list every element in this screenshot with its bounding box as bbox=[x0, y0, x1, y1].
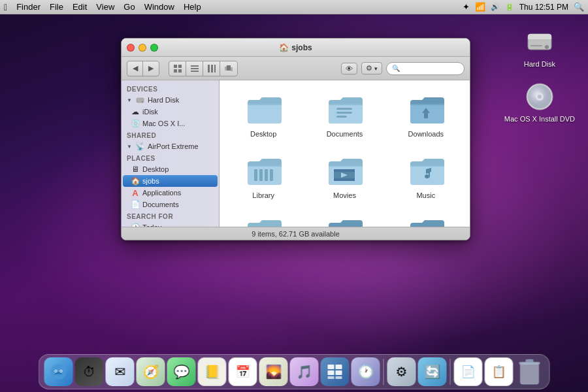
file-item-library[interactable]: Library bbox=[226, 148, 301, 203]
sidebar-item-harddisk[interactable]: ▼ Hard Disk bbox=[122, 94, 219, 106]
apple-menu[interactable]:  bbox=[4, 2, 7, 12]
file-item-desktop[interactable]: Desktop bbox=[226, 87, 301, 142]
battery-icon: 🔋 bbox=[505, 3, 514, 11]
today-icon: 🕐 bbox=[131, 223, 140, 227]
dock-itunes[interactable]: 🎵 bbox=[290, 357, 319, 386]
dock-dashboard[interactable]: ⏱ bbox=[75, 357, 104, 386]
music-folder-icon bbox=[408, 152, 444, 189]
desktop-folder-label: Desktop bbox=[250, 130, 276, 138]
dock-expose[interactable] bbox=[321, 357, 350, 386]
close-button[interactable] bbox=[127, 44, 135, 52]
menubar-right: ✦ 📶 🔊 🔋 Thu 12:51 PM 🔍 bbox=[463, 2, 584, 12]
dock-iphoto-icon: 🌄 bbox=[259, 357, 288, 386]
column-view-button[interactable] bbox=[203, 61, 220, 76]
svg-rect-9 bbox=[174, 65, 177, 68]
dock-ichat[interactable]: 💬 bbox=[167, 357, 196, 386]
coverflow-view-button[interactable] bbox=[220, 61, 237, 76]
desktop-sidebar-icon: 🖥 bbox=[131, 165, 140, 174]
sidebar-item-idisk[interactable]: ☁ iDisk bbox=[122, 106, 219, 118]
desktop-icon-harddisk[interactable]: Hard Disk bbox=[504, 26, 575, 68]
documents-folder-icon bbox=[326, 91, 363, 127]
file-item-downloads[interactable]: Downloads bbox=[389, 87, 463, 142]
svg-rect-25 bbox=[336, 112, 352, 114]
forward-button[interactable]: ▶ bbox=[143, 61, 159, 76]
menubar-edit[interactable]: Edit bbox=[73, 2, 87, 12]
svg-rect-30 bbox=[265, 169, 268, 181]
dock-sysprefs[interactable]: ⚙ bbox=[387, 357, 416, 386]
svg-point-8 bbox=[538, 95, 542, 99]
svg-rect-16 bbox=[208, 65, 210, 73]
dock-isync[interactable]: 🔄 bbox=[418, 357, 447, 386]
dock-finder[interactable] bbox=[44, 357, 73, 386]
dock-divider bbox=[384, 359, 384, 385]
desktop-icon-dvd[interactable]: Mac OS X Install DVD bbox=[504, 81, 575, 123]
sidebar: DEVICES ▼ Hard Disk ☁ iDisk 💿 Mac OS X I… bbox=[122, 80, 220, 227]
quick-look-button[interactable]: 👁 bbox=[341, 63, 357, 74]
menubar-view[interactable]: View bbox=[96, 2, 114, 12]
svg-rect-21 bbox=[231, 67, 233, 71]
harddisk-sidebar-icon bbox=[136, 95, 145, 105]
dock-preview[interactable]: 📄 bbox=[454, 357, 483, 386]
sidebar-item-airport[interactable]: ▼ 📡 AirPort Extreme bbox=[122, 140, 219, 152]
sidebar-item-dvd[interactable]: 💿 Mac OS X I... bbox=[122, 118, 219, 129]
dock-addressbook-icon: 📒 bbox=[198, 357, 227, 386]
menubar-file[interactable]: File bbox=[50, 2, 63, 12]
menubar-finder[interactable]: Finder bbox=[16, 2, 41, 12]
eye-icon: 👁 bbox=[346, 65, 353, 73]
file-item-public[interactable]: Public bbox=[307, 210, 382, 227]
dock-ical-icon: 📅 bbox=[229, 357, 257, 386]
svg-rect-26 bbox=[336, 116, 347, 118]
back-button[interactable]: ◀ bbox=[127, 61, 143, 76]
menubar:  Finder File Edit View Go Window Help ✦… bbox=[0, 0, 588, 14]
spotlight-icon[interactable]: 🔍 bbox=[574, 2, 584, 12]
dock-timemachine[interactable]: 🕐 bbox=[351, 357, 380, 386]
svg-rect-34 bbox=[334, 178, 355, 181]
triangle-icon: ▼ bbox=[127, 144, 132, 150]
svg-rect-28 bbox=[254, 169, 257, 181]
svg-rect-55 bbox=[328, 376, 335, 379]
icon-view-button[interactable] bbox=[169, 61, 186, 76]
file-item-movies[interactable]: Movies bbox=[307, 148, 382, 203]
dvd-icon bbox=[524, 81, 555, 112]
sidebar-item-desktop[interactable]: 🖥 Desktop bbox=[122, 163, 219, 175]
svg-point-23 bbox=[142, 101, 143, 103]
action-button[interactable]: ⚙ ▾ bbox=[361, 62, 382, 74]
sidebar-item-applications[interactable]: A Applications bbox=[122, 187, 219, 199]
sidebar-item-today[interactable]: 🕐 Today bbox=[122, 221, 219, 227]
dock-addressbook[interactable]: 📒 bbox=[198, 357, 227, 386]
dock-iphoto[interactable]: 🌄 bbox=[259, 357, 288, 386]
dock-isync-icon: 🔄 bbox=[418, 357, 447, 386]
menubar-help[interactable]: Help bbox=[184, 2, 201, 12]
file-item-music[interactable]: Music bbox=[389, 148, 463, 203]
dvd-sidebar-icon: 💿 bbox=[131, 119, 140, 128]
dock-ical[interactable]: 📅 bbox=[229, 357, 257, 386]
titlebar-title: 🏠 sjobs bbox=[279, 43, 312, 52]
file-item-documents[interactable]: Documents bbox=[307, 87, 382, 142]
svg-rect-59 bbox=[526, 359, 534, 363]
wifi-icon: 📶 bbox=[475, 2, 485, 12]
svg-rect-29 bbox=[259, 169, 263, 181]
dock-trash[interactable] bbox=[515, 357, 544, 386]
menubar-window[interactable]: Window bbox=[144, 2, 174, 12]
menubar-go[interactable]: Go bbox=[123, 2, 135, 12]
file-area: Desktop Documents bbox=[220, 80, 470, 227]
dock-pdfpreview[interactable]: 📋 bbox=[485, 357, 514, 386]
minimize-button[interactable] bbox=[139, 44, 146, 52]
search-box[interactable]: 🔍 bbox=[386, 62, 465, 75]
maximize-button[interactable] bbox=[150, 44, 158, 52]
dock-safari[interactable]: 🧭 bbox=[137, 357, 165, 386]
dock-mail[interactable]: ✉ bbox=[106, 357, 135, 386]
dock-ichat-icon: 💬 bbox=[167, 357, 196, 386]
svg-rect-33 bbox=[334, 169, 355, 172]
statusbar: 9 items, 62.71 GB available bbox=[122, 227, 470, 240]
dock-sysprefs-icon: ⚙ bbox=[387, 357, 416, 386]
file-item-pictures[interactable]: Pictures bbox=[226, 210, 301, 227]
sidebar-item-documents[interactable]: 📄 Documents bbox=[122, 199, 219, 210]
sidebar-item-sjobs[interactable]: 🏠 sjobs bbox=[123, 175, 218, 187]
file-item-sites[interactable]: Sites bbox=[389, 210, 463, 227]
list-view-button[interactable] bbox=[186, 61, 203, 76]
status-text: 9 items, 62.71 GB available bbox=[252, 230, 340, 238]
svg-rect-10 bbox=[178, 65, 182, 68]
idisk-icon: ☁ bbox=[131, 107, 140, 116]
sidebar-section-search: SEARCH FOR bbox=[122, 210, 219, 221]
